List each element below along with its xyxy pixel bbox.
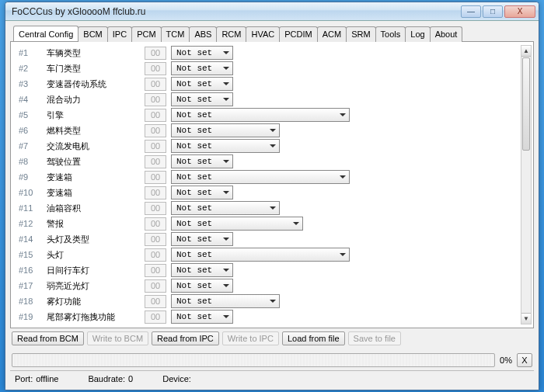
write-to-ipc-button: Write to IPC <box>222 331 279 345</box>
tabstrip: Central ConfigBCMIPCPCMTCMABSRCMHVACPCDI… <box>10 26 534 42</box>
config-row: #9变速箱00Not set <box>19 169 519 185</box>
scroll-down-icon[interactable]: ▼ <box>521 313 531 324</box>
tab-pcdim[interactable]: PCDIM <box>279 26 317 42</box>
scroll-up-icon[interactable]: ▲ <box>521 46 531 57</box>
config-row: #12警报00Not set <box>19 216 519 231</box>
row-code-input[interactable]: 00 <box>145 47 166 60</box>
minimize-button[interactable]: — <box>461 5 481 18</box>
row-code-input[interactable]: 00 <box>145 264 166 277</box>
read-from-bcm-button[interactable]: Read from BCM <box>12 331 84 345</box>
tab-tools[interactable]: Tools <box>375 26 406 42</box>
window-buttons: — □ X <box>461 5 535 18</box>
row-value-dropdown[interactable]: Not set <box>171 232 233 246</box>
row-code-input[interactable]: 00 <box>145 233 166 246</box>
row-code-input[interactable]: 00 <box>145 248 166 262</box>
row-index: #11 <box>19 203 42 213</box>
row-value-dropdown[interactable]: Not set <box>171 123 280 137</box>
row-code-input[interactable]: 00 <box>145 78 166 91</box>
scrollbar-thumb[interactable] <box>522 57 530 151</box>
row-value-dropdown[interactable]: Not set <box>171 310 233 324</box>
row-code-input[interactable]: 00 <box>145 279 166 293</box>
status-port-value: offline <box>36 374 58 383</box>
row-index: #5 <box>19 110 42 120</box>
row-value-dropdown[interactable]: Not set <box>171 46 233 60</box>
row-label: 引擎 <box>47 109 140 121</box>
config-rows: #1车辆类型00Not set#2车门类型00Not set#3变速器传动系统0… <box>19 45 519 324</box>
tab-log[interactable]: Log <box>405 26 430 42</box>
row-index: #4 <box>19 95 42 104</box>
row-index: #6 <box>19 126 42 135</box>
row-label: 雾灯功能 <box>47 296 140 307</box>
tab-srm[interactable]: SRM <box>346 26 375 42</box>
row-label: 弱亮近光灯 <box>47 280 140 292</box>
row-value-dropdown[interactable]: Not set <box>171 61 233 75</box>
row-label: 变速箱 <box>47 172 140 183</box>
status-device-key: Device: <box>162 374 191 383</box>
row-value-dropdown[interactable]: Not set <box>171 154 233 168</box>
row-code-input[interactable]: 00 <box>145 202 166 215</box>
tab-rcm[interactable]: RCM <box>216 26 246 42</box>
row-value-dropdown[interactable]: Not set <box>171 139 280 153</box>
progress-bar <box>12 353 495 367</box>
row-value-dropdown[interactable]: Not set <box>171 170 350 184</box>
config-row: #19尾部雾灯拖拽功能00Not set <box>19 309 519 324</box>
row-label: 变速器传动系统 <box>47 78 140 90</box>
row-value-dropdown[interactable]: Not set <box>171 201 280 215</box>
row-value-dropdown[interactable]: Not set <box>171 77 233 91</box>
row-code-input[interactable]: 00 <box>145 140 166 153</box>
row-index: #8 <box>19 157 42 166</box>
config-row: #3变速器传动系统00Not set <box>19 76 519 92</box>
row-label: 头灯及类型 <box>47 234 140 245</box>
row-code-input[interactable]: 00 <box>145 124 166 137</box>
row-code-input[interactable]: 00 <box>145 310 166 324</box>
tab-about[interactable]: About <box>430 26 463 42</box>
row-code-input[interactable]: 00 <box>145 62 166 75</box>
tab-central-config[interactable]: Central Config <box>13 26 78 41</box>
config-row: #11油箱容积00Not set <box>19 200 519 216</box>
row-value-dropdown[interactable]: Not set <box>171 186 233 199</box>
row-code-input[interactable]: 00 <box>145 171 166 184</box>
row-value-dropdown[interactable]: Not set <box>171 92 233 106</box>
config-row: #8驾驶位置00Not set <box>19 154 519 169</box>
config-row: #17弱亮近光灯00Not set <box>19 278 519 293</box>
row-value-dropdown[interactable]: Not set <box>171 294 280 308</box>
row-code-input[interactable]: 00 <box>145 186 166 199</box>
row-label: 燃料类型 <box>47 125 140 137</box>
config-row: #10变速箱00Not set <box>19 185 519 200</box>
row-index: #9 <box>19 172 42 182</box>
tab-ipc[interactable]: IPC <box>107 26 132 42</box>
client-area: Central ConfigBCMIPCPCMTCMABSRCMHVACPCDI… <box>5 21 539 390</box>
tab-bcm[interactable]: BCM <box>78 26 107 42</box>
load-from-file-button[interactable]: Load from file <box>282 331 345 345</box>
row-code-input[interactable]: 00 <box>145 217 166 231</box>
tab-pcm[interactable]: PCM <box>131 26 161 42</box>
config-row: #5引擎00Not set <box>19 107 519 123</box>
config-row: #4混合动力00Not set <box>19 92 519 107</box>
row-code-input[interactable]: 00 <box>145 93 166 106</box>
tab-hvac[interactable]: HVAC <box>246 26 280 42</box>
row-code-input[interactable]: 00 <box>145 155 166 168</box>
cancel-button[interactable]: X <box>517 353 532 367</box>
close-button[interactable]: X <box>504 5 535 18</box>
tab-tcm[interactable]: TCM <box>161 26 190 42</box>
row-index: #19 <box>19 312 42 321</box>
row-label: 车门类型 <box>47 63 140 75</box>
tab-abs[interactable]: ABS <box>189 26 217 42</box>
row-value-dropdown[interactable]: Not set <box>171 279 233 293</box>
write-to-bcm-button: Write to BCM <box>87 331 148 345</box>
vertical-scrollbar[interactable]: ▲ ▼ <box>521 45 532 324</box>
statusbar: Port: offline Baudrate: 0 Device: <box>10 370 534 385</box>
read-from-ipc-button[interactable]: Read from IPC <box>152 331 219 345</box>
maximize-button[interactable]: □ <box>483 5 503 18</box>
row-value-dropdown[interactable]: Not set <box>171 248 350 262</box>
config-row: #7交流发电机00Not set <box>19 138 519 154</box>
action-buttons: Read from BCM Write to BCM Read from IPC… <box>10 328 534 349</box>
row-value-dropdown[interactable]: Not set <box>171 263 233 277</box>
row-code-input[interactable]: 00 <box>145 295 166 308</box>
progress-row: 0% X <box>10 353 534 370</box>
row-value-dropdown[interactable]: Not set <box>171 217 303 231</box>
row-code-input[interactable]: 00 <box>145 109 166 122</box>
titlebar[interactable]: FoCCCus by xGlooooM ffclub.ru — □ X <box>5 2 539 21</box>
tab-acm[interactable]: ACM <box>317 26 347 42</box>
row-value-dropdown[interactable]: Not set <box>171 108 350 122</box>
